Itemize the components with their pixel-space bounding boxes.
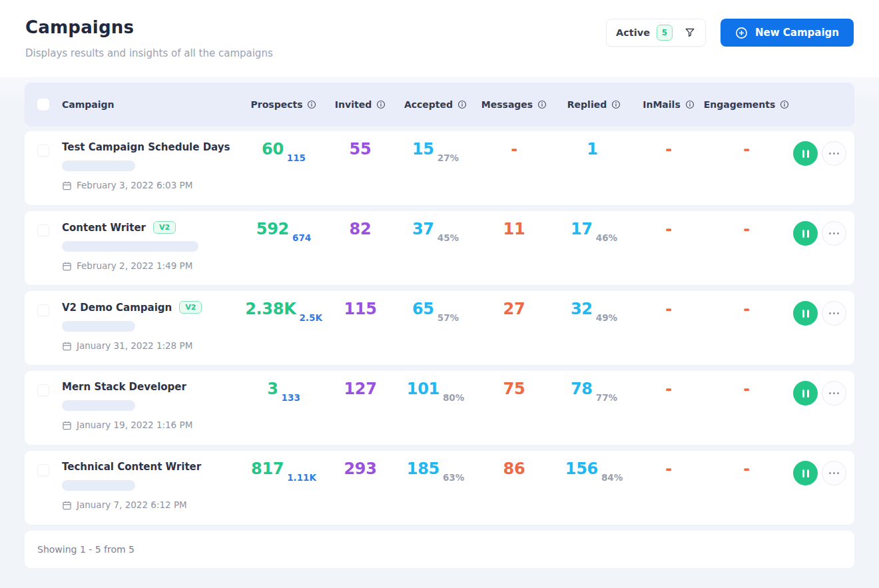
engagements-value: - [743,221,750,237]
accepted-value: 37 [412,221,434,237]
select-all-checkbox[interactable] [37,99,49,111]
row-menu-button[interactable] [822,301,846,326]
pause-campaign-button[interactable] [793,461,818,485]
accepted-value: 185 [407,461,440,477]
row-checkbox[interactable] [37,304,49,316]
replied-value: 32 [571,301,593,317]
invited-cell: 82 [324,211,396,285]
campaign-date-text: January 31, 2022 1:28 PM [77,340,192,351]
inmails-cell: - [635,451,703,525]
messages-value: 75 [503,381,525,397]
table-row: Technical Content Writer January 7, 2022… [25,451,854,525]
campaign-date: January 31, 2022 1:28 PM [62,340,243,351]
row-checkbox[interactable] [37,145,49,156]
row-menu-button[interactable] [822,461,846,485]
redacted-text-placeholder [62,160,135,171]
info-icon[interactable] [780,100,789,109]
filter-funnel-icon [684,27,696,39]
inmails-value: - [665,301,672,317]
messages-cell: 75 [475,371,553,445]
row-menu-button[interactable] [822,381,846,406]
invited-value: 82 [350,221,372,237]
inmails-value: - [665,461,672,477]
accepted-rate: 27% [438,154,459,163]
prospects-value: 60 [262,141,284,157]
replied-rate: 77% [596,394,617,403]
row-checkbox[interactable] [37,464,49,476]
campaign-cell: Test Campaign Schedule Days February 3, … [62,131,243,205]
info-icon[interactable] [457,100,467,109]
messages-value: - [511,141,517,157]
status-filter[interactable]: Active 5 [606,19,706,47]
pause-icon [802,310,804,318]
campaign-name[interactable]: Content Writer [62,222,146,234]
prospects-value: 817 [251,461,284,477]
accepted-value: 15 [412,141,434,157]
pause-campaign-button[interactable] [793,141,818,166]
replied-cell: 17 46% [553,211,635,285]
table-row: Content Writer V2 February 2, 2022 1:49 … [25,211,854,285]
engagements-cell: - [703,131,790,205]
pause-campaign-button[interactable] [793,381,818,406]
info-icon[interactable] [537,100,547,109]
engagements-value: - [743,381,750,397]
pause-icon [802,150,804,158]
replied-value: 78 [571,381,593,397]
campaign-version-badge: V2 [153,221,176,234]
info-icon[interactable] [611,100,621,109]
column-header-replied: Replied [553,83,635,127]
info-icon[interactable] [307,100,316,109]
column-header-accepted: Accepted [396,83,475,127]
row-checkbox[interactable] [37,224,49,236]
column-header-engagements: Engagements [703,83,790,127]
campaign-name[interactable]: Technical Content Writer [62,461,201,473]
filter-label: Active [616,27,650,38]
prospects-total: 133 [282,394,300,403]
campaign-date: February 2, 2022 1:49 PM [62,260,243,271]
prospects-cell: 817 1.11K [243,451,324,525]
table-row: Mern Stack Developer January 19, 2022 1:… [25,371,854,445]
pagination-bar: Showing 1 - 5 from 5 [25,531,854,568]
new-campaign-label: New Campaign [755,27,839,39]
calendar-icon [62,180,72,190]
row-checkbox[interactable] [37,384,49,396]
ellipsis-icon [829,312,831,314]
accepted-cell: 101 80% [396,371,475,445]
messages-cell: - [475,131,553,205]
info-icon[interactable] [685,100,695,109]
row-menu-button[interactable] [822,141,846,166]
accepted-cell: 15 27% [396,131,475,205]
campaign-name[interactable]: Mern Stack Developer [62,381,186,393]
messages-value: 27 [503,301,525,317]
prospects-total: 674 [292,234,311,243]
ellipsis-icon [829,232,831,234]
inmails-value: - [665,221,672,237]
pause-icon [802,390,804,398]
table-row: V2 Demo Campaign V2 January 31, 2022 1:2… [25,291,854,365]
campaign-date: January 7, 2022 6:12 PM [62,499,243,510]
campaign-name[interactable]: Test Campaign Schedule Days [62,141,230,153]
pause-campaign-button[interactable] [793,301,818,326]
new-campaign-button[interactable]: New Campaign [721,19,854,47]
accepted-rate: 63% [443,473,464,483]
pause-icon [802,230,804,238]
column-header-prospects: Prospects [243,83,324,127]
prospects-cell: 2.38K 2.5K [243,291,324,365]
engagements-cell: - [703,211,790,285]
pause-campaign-button[interactable] [793,221,818,246]
row-actions [790,291,854,365]
accepted-cell: 185 63% [396,451,475,525]
engagements-value: - [743,141,750,157]
info-icon[interactable] [376,100,386,109]
campaign-cell: Technical Content Writer January 7, 2022… [62,451,243,525]
ellipsis-icon [829,472,831,474]
campaign-name[interactable]: V2 Demo Campaign [62,302,172,314]
accepted-value: 65 [412,301,434,317]
messages-cell: 27 [475,291,553,365]
campaign-cell: Mern Stack Developer January 19, 2022 1:… [62,371,243,445]
replied-cell: 32 49% [553,291,635,365]
messages-cell: 11 [475,211,553,285]
replied-cell: 78 77% [553,371,635,445]
row-menu-button[interactable] [822,221,846,246]
accepted-rate: 45% [438,234,459,243]
